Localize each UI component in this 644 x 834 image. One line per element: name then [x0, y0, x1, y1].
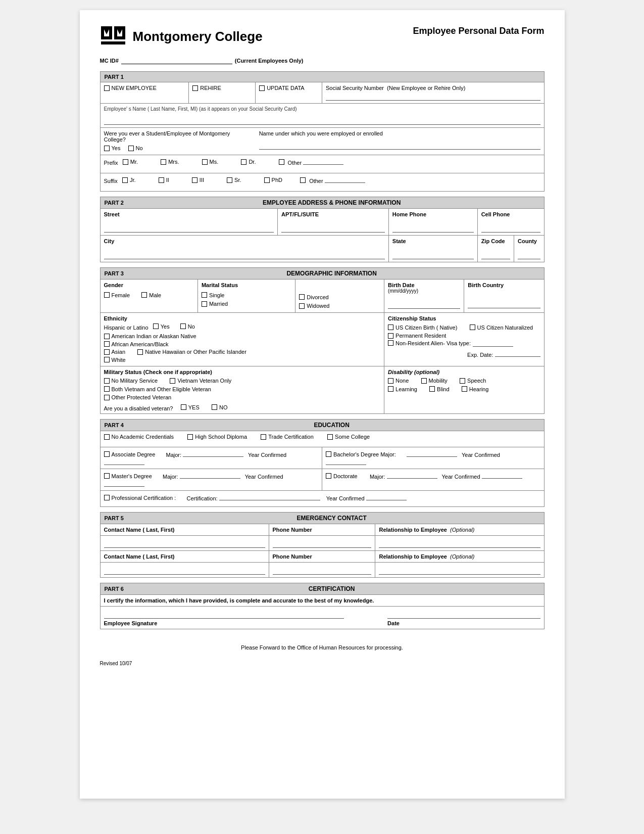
- street-input[interactable]: [104, 224, 274, 233]
- blind-checkbox[interactable]: [429, 386, 435, 392]
- widowed-checkbox[interactable]: [299, 303, 305, 309]
- other-prefix-input[interactable]: [303, 158, 343, 165]
- disabled-yes-checkbox[interactable]: [181, 404, 186, 410]
- certification-year-input[interactable]: [366, 493, 407, 500]
- mrs-checkbox[interactable]: [161, 159, 166, 165]
- no-academic-item[interactable]: No Academic Credentials: [104, 434, 174, 440]
- visa-type-input[interactable]: [473, 340, 513, 347]
- non-resident-checkbox[interactable]: [388, 340, 393, 346]
- sr-checkbox-item[interactable]: Sr.: [227, 177, 241, 183]
- rehire-checkbox[interactable]: [192, 85, 198, 91]
- none-checkbox[interactable]: [388, 378, 393, 384]
- hearing-checkbox[interactable]: [462, 386, 467, 392]
- new-employee-checkbox[interactable]: [104, 85, 110, 91]
- asian-item[interactable]: Asian: [104, 349, 126, 355]
- disabled-yes-item[interactable]: YES: [181, 404, 200, 410]
- rehire-checkbox-item[interactable]: REHIRE: [192, 85, 221, 91]
- mc-id-field[interactable]: [121, 57, 232, 64]
- non-resident-item[interactable]: Non-Resident Alien- Visa type:: [388, 340, 513, 347]
- single-checkbox[interactable]: [202, 292, 207, 298]
- trade-item[interactable]: Trade Certification: [261, 434, 313, 440]
- mrs-checkbox-item[interactable]: Mrs.: [161, 159, 179, 165]
- employee-name-input[interactable]: [104, 117, 540, 125]
- bachelors-checkbox[interactable]: [326, 451, 331, 457]
- yes-checkbox-item[interactable]: Yes: [104, 145, 121, 151]
- speech-item[interactable]: Speech: [460, 378, 486, 384]
- married-checkbox-item[interactable]: Married: [202, 301, 228, 307]
- zip-input[interactable]: [481, 251, 510, 259]
- county-input[interactable]: [518, 251, 540, 259]
- phd-checkbox-item[interactable]: PhD: [264, 177, 282, 183]
- other-protected-item[interactable]: Other Protected Veteran: [104, 394, 172, 400]
- married-checkbox[interactable]: [202, 301, 207, 307]
- other2-input[interactable]: [325, 176, 365, 183]
- us-native-item[interactable]: US Citizen Birth ( Native): [388, 325, 457, 331]
- masters-year-input[interactable]: [104, 480, 144, 487]
- cell-phone-input[interactable]: [481, 224, 540, 233]
- mr-checkbox[interactable]: [123, 159, 128, 165]
- asian-checkbox[interactable]: [104, 349, 110, 355]
- high-school-item[interactable]: High School Diploma: [187, 434, 247, 440]
- african-american-item[interactable]: African American/Black: [104, 341, 169, 347]
- permanent-resident-checkbox[interactable]: [388, 333, 393, 339]
- certification-input[interactable]: [219, 493, 320, 500]
- female-checkbox[interactable]: [104, 292, 110, 298]
- bachelors-year-input[interactable]: [326, 458, 366, 465]
- male-checkbox-item[interactable]: Male: [141, 292, 161, 298]
- hearing-item[interactable]: Hearing: [462, 386, 489, 392]
- single-checkbox-item[interactable]: Single: [202, 292, 225, 298]
- phd-checkbox[interactable]: [264, 177, 270, 183]
- jr-checkbox-item[interactable]: Jr.: [122, 177, 136, 183]
- exp-date-input[interactable]: [495, 350, 540, 357]
- mr-checkbox-item[interactable]: Mr.: [123, 159, 138, 165]
- mobility-checkbox[interactable]: [421, 378, 427, 384]
- masters-item[interactable]: Master's Degree: [104, 473, 152, 479]
- masters-checkbox[interactable]: [104, 473, 110, 479]
- american-indian-item[interactable]: American Indian or Alaskan Native: [104, 333, 196, 339]
- african-american-checkbox[interactable]: [104, 341, 110, 347]
- white-checkbox[interactable]: [104, 357, 110, 362]
- us-naturalized-item[interactable]: US Citizen Naturalized: [470, 325, 533, 331]
- no-military-checkbox[interactable]: [104, 378, 110, 384]
- hispanic-no-item[interactable]: No: [180, 323, 195, 330]
- male-checkbox[interactable]: [141, 292, 147, 298]
- ms-checkbox[interactable]: [202, 159, 208, 165]
- phone1-input[interactable]: [273, 540, 372, 548]
- ms-checkbox-item[interactable]: Ms.: [202, 159, 219, 165]
- update-data-checkbox-item[interactable]: UPDATE DATA: [259, 85, 305, 91]
- blind-item[interactable]: Blind: [429, 386, 449, 392]
- vietnam-item[interactable]: Vietnam Veteran Only: [170, 378, 231, 384]
- associate-major-input[interactable]: [183, 450, 243, 457]
- relationship2-input[interactable]: [379, 567, 540, 575]
- doctorate-item[interactable]: Doctorate: [326, 473, 358, 479]
- other2-checkbox[interactable]: [300, 177, 306, 183]
- iii-checkbox[interactable]: [192, 177, 197, 183]
- state-input[interactable]: [392, 251, 474, 259]
- city-input[interactable]: [104, 251, 385, 259]
- trade-checkbox[interactable]: [261, 434, 266, 440]
- female-checkbox-item[interactable]: Female: [104, 292, 130, 298]
- permanent-resident-item[interactable]: Permanent Resident: [388, 333, 446, 339]
- associate-checkbox[interactable]: [104, 451, 110, 457]
- speech-checkbox[interactable]: [460, 378, 465, 384]
- contact2-input[interactable]: [104, 567, 265, 575]
- ssn-input[interactable]: [326, 92, 540, 101]
- other-protected-checkbox[interactable]: [104, 395, 110, 400]
- ii-checkbox-item[interactable]: II: [159, 177, 169, 183]
- native-hawaiian-checkbox[interactable]: [137, 349, 143, 355]
- yes-checkbox[interactable]: [104, 146, 110, 151]
- name-under-input[interactable]: [259, 142, 540, 150]
- none-item[interactable]: None: [388, 378, 409, 384]
- high-school-checkbox[interactable]: [187, 434, 193, 440]
- some-college-checkbox[interactable]: [327, 434, 333, 440]
- disabled-no-item[interactable]: NO: [212, 404, 228, 410]
- sr-checkbox[interactable]: [227, 177, 232, 183]
- contact1-input[interactable]: [104, 540, 265, 548]
- no-military-item[interactable]: No Military Service: [104, 378, 158, 384]
- ii-checkbox[interactable]: [159, 177, 164, 183]
- professional-checkbox[interactable]: [104, 495, 110, 500]
- widowed-checkbox-item[interactable]: Widowed: [299, 303, 329, 309]
- disabled-no-checkbox[interactable]: [212, 404, 217, 410]
- new-employee-checkbox-item[interactable]: NEW EMPLOYEE: [104, 85, 157, 91]
- white-item[interactable]: White: [104, 357, 126, 363]
